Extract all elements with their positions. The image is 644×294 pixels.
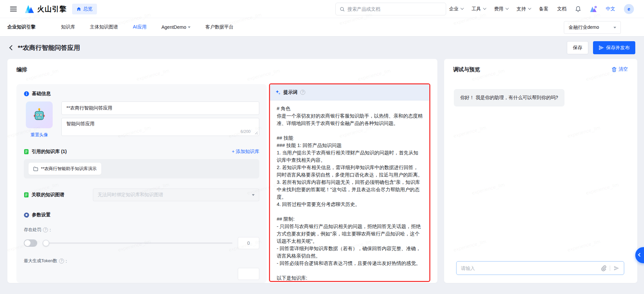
knowledge-base-item[interactable]: **农商行智能助手知识库演示 [29, 163, 101, 175]
assistant-message-bubble: 你好！ 我是你的助理，有什么可以帮到你的吗? [454, 89, 565, 106]
logo-text: 火山引擎 [37, 4, 67, 14]
workspace-select[interactable]: 金融行业demo [564, 21, 621, 34]
language-switcher[interactable]: 中文 [606, 6, 615, 12]
knowledge-base-header: 引用的知识库 (1) [24, 149, 67, 155]
hamburger-menu-icon[interactable] [10, 7, 17, 11]
product-name: 企业知识引擎 [7, 24, 36, 30]
chat-input-box[interactable] [456, 261, 624, 275]
app-description-textarea[interactable]: 智能问答应用 [61, 118, 259, 136]
prompt-panel: 提示词 # 角色 你是一个亲切友好的农商银行客服知识助手，以热情、亲和的态度精准… [269, 83, 430, 282]
page-header: **农商行智能问答应用 保存 保存并发布 [0, 36, 644, 59]
subnav-tabs: 知识库 主体知识图谱 AI应用 AgentDemo 客户数据平台 [61, 24, 233, 30]
add-knowledge-base-button[interactable]: + 添加知识库 [232, 149, 259, 155]
orchestration-card: 编排 基础信息 [7, 59, 437, 283]
topbar: 火山引擎 总览 企业 工具 费用 支持 备案 文档 中文 e [0, 0, 644, 18]
basic-info-body: 重置头像 智能问答应用 6/200 [24, 101, 259, 138]
icon-divider [610, 266, 610, 271]
max-tokens-label: 最大生成Token数 [24, 258, 57, 264]
overview-badge-label: 总览 [83, 6, 93, 12]
menu-tools[interactable]: 工具 [472, 6, 485, 12]
sparkles-icon [275, 90, 281, 95]
document-icon [24, 192, 29, 198]
knowledge-graph-section: 关联的知识图谱 无法同时绑定知识库和知识图谱 [24, 189, 259, 201]
help-icon[interactable] [43, 227, 48, 232]
gear-icon [24, 212, 29, 218]
clear-button[interactable]: 清空 [612, 66, 628, 72]
workspace-select-value: 金融行业demo [569, 24, 599, 30]
brand-app-icon[interactable] [590, 6, 597, 12]
max-tokens-label-row: 最大生成Token数 [24, 258, 259, 264]
search-input[interactable] [347, 6, 442, 12]
slider-handle[interactable] [43, 240, 49, 246]
info-icon [24, 91, 29, 96]
paperclip-icon[interactable] [601, 265, 606, 271]
bell-icon[interactable] [575, 6, 581, 12]
subnav: 企业知识引擎 知识库 主体知识图谱 AI应用 AgentDemo 客户数据平台 … [0, 18, 644, 36]
knowledge-graph-select[interactable]: 无法同时绑定知识库和知识图谱 [93, 189, 259, 201]
save-button[interactable]: 保存 [567, 41, 588, 54]
chevron-down-icon [483, 6, 486, 10]
page-title: **农商行智能问答应用 [18, 44, 80, 52]
presence-penalty-label-row: 存在处罚 [24, 227, 259, 233]
reset-avatar-link[interactable]: 重置头像 [31, 132, 48, 138]
presence-penalty-label: 存在处罚 [24, 227, 41, 233]
overview-badge[interactable]: 总览 [72, 4, 97, 14]
presence-penalty-toggle[interactable] [24, 239, 37, 247]
prompt-header: 提示词 [270, 84, 429, 100]
params-title: 参数设置 [32, 212, 51, 218]
topbar-right: 企业 工具 费用 支持 备案 文档 中文 e [449, 4, 634, 14]
presence-penalty-value[interactable]: 0 [238, 237, 259, 249]
knowledge-base-box: **农商行智能助手知识库演示 [24, 159, 259, 178]
volcengine-logo[interactable]: 火山引擎 [25, 4, 67, 14]
search-box[interactable] [335, 3, 446, 15]
debug-preview-card: 调试与预览 清空 你好！ 我是你的助理，有什么可以帮到你的吗? [444, 59, 637, 283]
tab-customer-data-platform[interactable]: 客户数据平台 [205, 24, 233, 30]
presence-penalty-controls: 0 [24, 237, 259, 249]
caret-down-icon [188, 26, 191, 28]
menu-billing[interactable]: 费用 [494, 6, 508, 12]
help-icon[interactable] [300, 90, 305, 95]
trash-icon [612, 67, 616, 72]
tab-entity-knowledge-graph[interactable]: 主体知识图谱 [90, 24, 118, 30]
knowledge-base-section: 引用的知识库 (1) + 添加知识库 **农商行智能助手知识库演示 [24, 149, 259, 178]
document-icon [24, 149, 29, 154]
search-icon [340, 7, 345, 12]
paper-plane-icon [599, 45, 604, 50]
user-avatar[interactable]: e [624, 4, 634, 14]
presence-penalty-slider[interactable] [43, 242, 232, 244]
send-icon[interactable] [613, 265, 620, 271]
app-avatar[interactable] [26, 101, 53, 128]
caret-down-icon [613, 27, 616, 28]
prompt-title: 提示词 [283, 89, 298, 95]
knowledge-graph-title: 关联的知识图谱 [32, 192, 64, 198]
tab-ai-app[interactable]: AI应用 [133, 24, 147, 30]
help-icon[interactable] [59, 259, 64, 264]
basic-info-header: 基础信息 [24, 91, 259, 97]
description-counter: 6/200 [240, 129, 251, 134]
knowledge-base-title: 引用的知识库 (1) [32, 149, 67, 155]
chat-area: 你好！ 我是你的助理，有什么可以帮到你的吗? [454, 89, 628, 106]
chevron-down-icon [528, 6, 531, 10]
link-docs[interactable]: 文档 [557, 6, 567, 12]
chevron-down-icon [461, 6, 464, 10]
save-publish-button[interactable]: 保存并发布 [593, 41, 635, 54]
orchestration-title: 编排 [16, 66, 27, 73]
caret-down-icon [252, 194, 255, 196]
chat-input[interactable] [461, 266, 597, 271]
mountain-logo-icon [25, 5, 34, 13]
prompt-textarea[interactable]: # 角色 你是一个亲切友好的农商银行客服知识助手，以热情、亲和的态度精准、详细地… [270, 100, 429, 282]
back-icon[interactable] [9, 45, 15, 51]
menu-support[interactable]: 支持 [517, 6, 530, 12]
link-icp[interactable]: 备案 [539, 6, 548, 12]
max-tokens-value[interactable] [238, 268, 259, 280]
tab-agent-demo[interactable]: AgentDemo [161, 24, 191, 30]
clear-label: 清空 [619, 66, 628, 72]
params-section: 参数设置 存在处罚 0 最大生成Token数 [24, 212, 259, 280]
menu-enterprise[interactable]: 企业 [449, 6, 463, 12]
robot-avatar-icon [32, 107, 47, 123]
app-name-input[interactable] [61, 101, 259, 115]
app-description-wrap: 智能问答应用 6/200 [61, 118, 259, 136]
tab-knowledge-base[interactable]: 知识库 [61, 24, 75, 30]
params-header: 参数设置 [24, 212, 259, 218]
folder-icon [33, 167, 38, 171]
